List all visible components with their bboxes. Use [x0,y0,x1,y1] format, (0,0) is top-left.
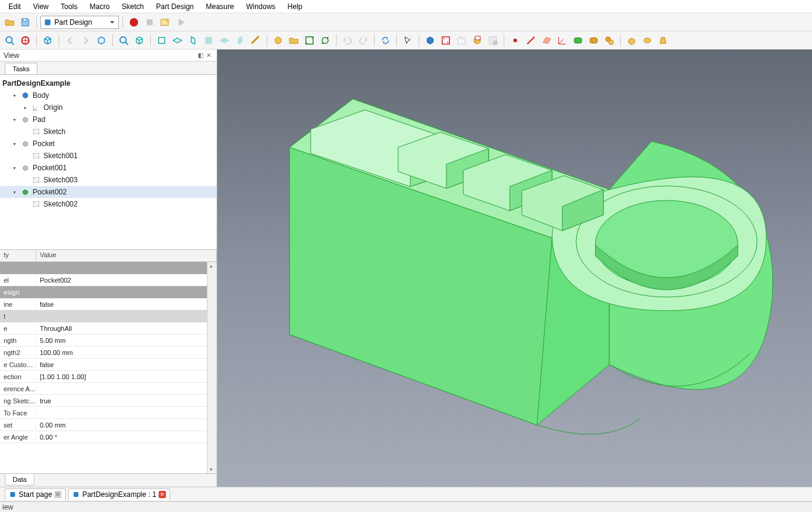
property-value[interactable]: false [36,301,217,308]
refresh-icon[interactable] [378,33,393,48]
isometric-view-icon[interactable] [132,33,147,48]
revolution-icon[interactable] [640,33,655,48]
datum-point-icon[interactable] [508,33,522,48]
save-icon[interactable] [18,15,33,30]
tree-caret-icon[interactable]: ▾ [11,164,18,171]
map-sketch-icon[interactable] [470,33,484,48]
nav-forward-icon[interactable] [78,33,93,48]
draw-style-icon[interactable] [40,33,55,48]
macro-record-icon[interactable] [127,15,141,30]
tree-item-sketch001[interactable]: Sketch001 [0,150,217,162]
menu-view[interactable]: View [27,1,55,12]
property-row[interactable]: ngth2100.00 mm [0,347,217,359]
fit-all-icon[interactable] [2,33,17,48]
property-value[interactable]: 0.00 mm [36,421,217,429]
property-value[interactable]: 5.00 mm [36,337,217,344]
property-value[interactable]: true [36,397,217,405]
workbench-selector[interactable]: Part Design [40,16,119,29]
property-row[interactable]: er Angle0.00 ° [0,431,217,443]
shapebinder-icon[interactable] [571,33,585,48]
property-value[interactable]: [1.00 1.00 1.00] [36,373,217,380]
property-value[interactable]: false [36,361,217,368]
tree-caret-icon[interactable]: ▸ [22,104,29,111]
menu-part-design[interactable]: Part Design [150,1,200,12]
property-value[interactable]: 100.00 mm [36,349,217,356]
doc-tab[interactable]: Start page✕ [5,488,66,500]
property-row[interactable]: e Custom...false [0,359,217,371]
tree-item-sketch002[interactable]: Sketch002 [0,198,217,210]
tree-caret-icon[interactable]: ▾ [11,116,18,123]
close-icon[interactable]: ✕ [54,491,62,498]
scrollbar[interactable] [207,262,217,473]
nav-link-icon[interactable] [94,33,109,48]
view-bottom-icon[interactable] [217,33,232,48]
tree-caret-icon[interactable]: ▾ [11,140,18,147]
tree-item-pocket[interactable]: ▾Pocket [0,138,217,150]
property-value[interactable]: 0.00 ° [36,434,217,441]
tree-item-pocket002[interactable]: ▾Pocket002 [0,186,217,198]
close-icon[interactable]: ✕ [159,491,166,498]
link-make-icon[interactable] [302,33,317,48]
redo-icon[interactable] [356,33,370,48]
new-sketch-icon[interactable] [439,33,453,48]
tree-document[interactable]: PartDesignExample [0,77,217,89]
menu-tools[interactable]: Tools [54,1,83,12]
view-top-icon[interactable] [170,33,185,48]
tree-item-body[interactable]: ▾Body [0,89,217,101]
property-row[interactable]: set0.00 mm [0,419,217,431]
property-row[interactable]: To Face [0,407,217,419]
menu-windows[interactable]: Windows [240,1,282,12]
fit-selection-icon[interactable] [18,33,33,48]
3d-viewport[interactable] [217,50,812,487]
property-body[interactable]: elPocket002esigninefalseteThroughAllngth… [0,262,217,473]
property-row[interactable]: erence A... [0,383,217,395]
panel-close-icon[interactable]: ✕ [205,51,213,60]
tree-item-pocket001[interactable]: ▾Pocket001 [0,162,217,174]
menu-sketch[interactable]: Sketch [116,1,150,12]
tree-caret-icon[interactable]: ▾ [11,188,18,196]
folder-icon[interactable] [287,33,301,48]
view-front-icon[interactable] [154,33,169,48]
view-rear-icon[interactable] [201,33,216,48]
property-row[interactable]: inefalse [0,298,217,310]
clone-icon[interactable] [602,33,617,48]
undo-icon[interactable] [340,33,355,48]
macro-stop-icon[interactable] [142,15,157,30]
open-icon[interactable] [2,15,17,30]
tree-item-sketch003[interactable]: Sketch003 [0,174,217,186]
property-row[interactable]: eThroughAll [0,322,217,334]
body-create-icon[interactable] [423,33,437,48]
tree-item-pad[interactable]: ▾Pad [0,114,217,126]
view-right-icon[interactable] [186,33,200,48]
macro-edit-icon[interactable] [158,15,173,30]
tree-item-sketch[interactable]: Sketch [0,126,217,138]
panel-float-icon[interactable]: ◧ [196,51,205,60]
link-replace-icon[interactable] [318,33,332,48]
tab-data[interactable]: Data [5,474,34,485]
pad-icon[interactable] [624,33,639,48]
tab-tasks[interactable]: Tasks [5,63,37,74]
sub-shapebinder-icon[interactable] [586,33,601,48]
menu-help[interactable]: Help [282,1,309,12]
tree-caret-icon[interactable]: ▾ [11,92,18,99]
nav-back-icon[interactable] [63,33,77,48]
menu-macro[interactable]: Macro [84,1,116,12]
edit-sketch-icon[interactable] [454,33,469,48]
view-left-icon[interactable] [233,33,247,48]
menu-edit[interactable]: Edit [2,1,27,12]
property-row[interactable]: ngth5.00 mm [0,334,217,347]
property-row[interactable]: ng Sketc...true [0,395,217,407]
property-value[interactable]: ThroughAll [36,325,217,332]
measure-icon[interactable] [249,33,263,48]
part-box-icon[interactable] [271,33,285,48]
property-row[interactable]: elPocket002 [0,274,217,286]
menu-measure[interactable]: Measure [200,1,240,12]
select-icon[interactable] [401,33,415,48]
property-value[interactable]: Pocket002 [36,277,217,284]
model-tree[interactable]: PartDesignExample ▾Body▸Origin▾PadSketch… [0,75,217,250]
doc-tab[interactable]: PartDesignExample : 1✕ [68,488,170,500]
validate-sketch-icon[interactable] [486,33,500,48]
macro-play-icon[interactable] [174,15,188,30]
datum-plane-icon[interactable] [539,33,554,48]
property-row[interactable]: ection[1.00 1.00 1.00] [0,371,217,383]
